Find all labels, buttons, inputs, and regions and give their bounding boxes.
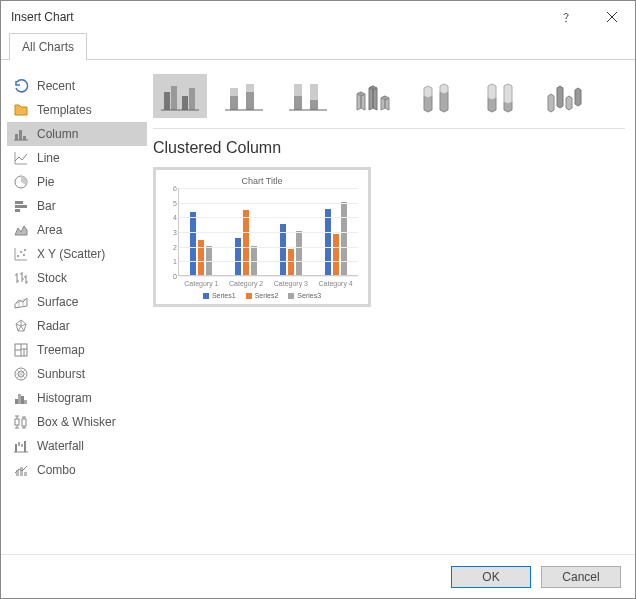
sidebar-item-surface[interactable]: Surface	[7, 290, 147, 314]
svg-rect-37	[294, 96, 302, 110]
svg-rect-23	[21, 444, 23, 447]
chart-preview-inner: Chart Title 0123456Category 1Category 2C…	[162, 176, 362, 298]
sidebar-item-label: Sunburst	[37, 367, 85, 381]
svg-rect-7	[15, 209, 20, 212]
y-tick: 1	[167, 258, 177, 265]
y-tick: 0	[167, 273, 177, 280]
sidebar-item-column[interactable]: Column	[7, 122, 147, 146]
sidebar-item-label: Templates	[37, 103, 92, 117]
waterfall-icon	[13, 438, 29, 454]
chart-subtypes	[153, 70, 625, 129]
sidebar-item-scatter[interactable]: X Y (Scatter)	[7, 242, 147, 266]
sidebar-item-label: Pie	[37, 175, 54, 189]
sidebar-item-label: Combo	[37, 463, 76, 477]
boxwhisker-icon	[13, 414, 29, 430]
sidebar-item-radar[interactable]: Radar	[7, 314, 147, 338]
sidebar-item-combo[interactable]: Combo	[7, 458, 147, 482]
recent-icon	[13, 78, 29, 94]
line-icon	[13, 150, 29, 166]
svg-rect-6	[15, 205, 27, 208]
sidebar-item-histogram[interactable]: Histogram	[7, 386, 147, 410]
dialog-body: Recent Templates Column Line	[1, 60, 635, 554]
svg-point-11	[24, 249, 26, 251]
sidebar-item-templates[interactable]: Templates	[7, 98, 147, 122]
y-tick: 6	[167, 185, 177, 192]
svg-rect-5	[15, 201, 23, 204]
sidebar-item-sunburst[interactable]: Sunburst	[7, 362, 147, 386]
svg-rect-22	[18, 442, 20, 446]
svg-rect-2	[19, 130, 22, 140]
scatter-icon	[13, 246, 29, 262]
legend-item: Series1	[203, 292, 236, 299]
svg-rect-19	[15, 419, 19, 425]
sidebar-item-boxwhisker[interactable]: Box & Whisker	[7, 410, 147, 434]
chart-preview-panel: Clustered Column Chart Title 0123456Cate…	[153, 70, 625, 544]
svg-rect-29	[171, 86, 177, 110]
sidebar-item-label: X Y (Scatter)	[37, 247, 105, 261]
ok-button[interactable]: OK	[451, 566, 531, 588]
sidebar-item-treemap[interactable]: Treemap	[7, 338, 147, 362]
svg-point-8	[17, 255, 19, 257]
svg-rect-1	[15, 134, 18, 140]
svg-rect-16	[18, 394, 21, 404]
sidebar-item-label: Surface	[37, 295, 78, 309]
legend-item: Series3	[288, 292, 321, 299]
sidebar-item-bar[interactable]: Bar	[7, 194, 147, 218]
svg-point-10	[23, 254, 25, 256]
subtype-100stacked-column[interactable]	[281, 74, 335, 118]
y-tick: 3	[167, 229, 177, 236]
sidebar-item-pie[interactable]: Pie	[7, 170, 147, 194]
window-controls	[543, 1, 635, 33]
x-tick: Category 1	[179, 280, 224, 287]
subtype-3d-column[interactable]	[537, 74, 591, 118]
sidebar-item-area[interactable]: Area	[7, 218, 147, 242]
svg-rect-26	[20, 467, 23, 476]
sidebar-item-stock[interactable]: Stock	[7, 266, 147, 290]
x-tick: Category 3	[269, 280, 314, 287]
sidebar-item-line[interactable]: Line	[7, 146, 147, 170]
svg-rect-39	[310, 100, 318, 110]
svg-rect-32	[230, 96, 238, 110]
svg-point-0	[565, 21, 566, 22]
subtype-3d-clustered-column[interactable]	[345, 74, 399, 118]
bar-icon	[13, 198, 29, 214]
svg-point-9	[20, 251, 22, 253]
insert-chart-dialog: Insert Chart All Charts Recent	[0, 0, 636, 599]
sidebar-item-label: Recent	[37, 79, 75, 93]
treemap-icon	[13, 342, 29, 358]
sidebar-item-label: Box & Whisker	[37, 415, 116, 429]
x-tick: Category 4	[313, 280, 358, 287]
svg-rect-27	[24, 472, 27, 476]
y-tick: 2	[167, 243, 177, 250]
svg-rect-17	[21, 396, 24, 404]
sidebar-item-label: Histogram	[37, 391, 92, 405]
sidebar-item-label: Line	[37, 151, 60, 165]
legend-item: Series2	[246, 292, 279, 299]
help-button[interactable]	[543, 1, 589, 33]
subtype-clustered-column[interactable]	[153, 74, 207, 118]
cancel-button[interactable]: Cancel	[541, 566, 621, 588]
templates-icon	[13, 102, 29, 118]
tab-all-charts[interactable]: All Charts	[9, 33, 87, 60]
sidebar-item-label: Treemap	[37, 343, 85, 357]
subtype-3d-stacked-column[interactable]	[409, 74, 463, 118]
radar-icon	[13, 318, 29, 334]
area-icon	[13, 222, 29, 238]
titlebar: Insert Chart	[1, 1, 635, 33]
subtype-3d-100stacked-column[interactable]	[473, 74, 527, 118]
subtype-stacked-column[interactable]	[217, 74, 271, 118]
pie-icon	[13, 174, 29, 190]
sidebar-item-label: Stock	[37, 271, 67, 285]
chart-preview[interactable]: Chart Title 0123456Category 1Category 2C…	[153, 167, 371, 307]
x-tick: Category 2	[224, 280, 269, 287]
close-button[interactable]	[589, 1, 635, 33]
svg-rect-3	[23, 136, 26, 140]
sidebar-item-label: Area	[37, 223, 62, 237]
preview-heading: Clustered Column	[153, 137, 625, 159]
sidebar-item-waterfall[interactable]: Waterfall	[7, 434, 147, 458]
sidebar-item-recent[interactable]: Recent	[7, 74, 147, 98]
y-tick: 5	[167, 199, 177, 206]
sidebar-item-label: Radar	[37, 319, 70, 333]
dialog-footer: OK Cancel	[1, 554, 635, 598]
svg-rect-34	[246, 92, 254, 110]
